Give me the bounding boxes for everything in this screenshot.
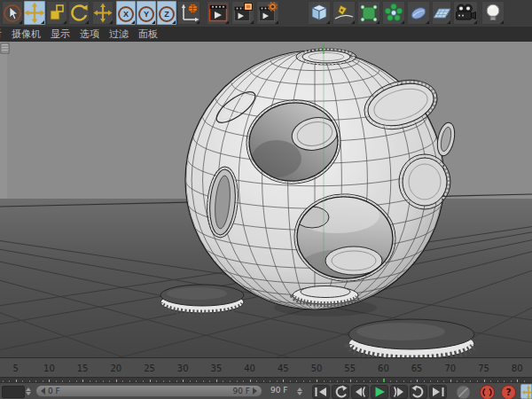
light-button[interactable]: [481, 1, 505, 25]
range-left-arrow-icon: [41, 387, 45, 395]
sphere-crater-disc-right: [399, 154, 450, 209]
spline-pen-button[interactable]: [332, 1, 356, 25]
menu-item-3[interactable]: 选项: [80, 27, 99, 42]
record-keyframe-button[interactable]: [480, 385, 495, 399]
ruler-label: 10: [43, 364, 55, 373]
ruler-label: 45: [278, 364, 289, 373]
ruler-label: 60: [378, 364, 389, 373]
prev-key-icon: [332, 385, 349, 399]
svg-text:?: ?: [505, 387, 511, 397]
ruler-label: 20: [110, 364, 121, 373]
sphere-crater-top-cap: [296, 49, 356, 65]
menu-item-5[interactable]: 面板: [138, 27, 158, 42]
ruler-label: 55: [344, 364, 356, 373]
camera-button[interactable]: [453, 1, 478, 25]
menu-item-0[interactable]: 看: [0, 27, 2, 42]
timeline-ruler[interactable]: 5101520253035404550556065707580: [0, 357, 532, 378]
live-selection-button[interactable]: [2, 1, 23, 25]
ruler-label: 50: [311, 364, 323, 373]
record-keyframe-icon: [480, 385, 495, 399]
axis-move-button[interactable]: [92, 1, 113, 25]
scale-tool-button[interactable]: [46, 1, 67, 25]
end-frame-field[interactable]: 90 F: [270, 386, 288, 395]
main-toolbar: X Y Z: [0, 0, 532, 27]
scene-canvas: [0, 42, 532, 357]
next-key-icon: [410, 385, 427, 399]
lock-z-button[interactable]: Z: [157, 1, 176, 25]
play-button[interactable]: [371, 385, 388, 399]
autokey-help-icon: ?: [501, 385, 516, 399]
current-frame-field[interactable]: [2, 386, 25, 398]
deformer-button[interactable]: [382, 1, 405, 25]
ruler-label: 30: [177, 364, 189, 373]
menu-item-1[interactable]: 摄像机: [12, 27, 41, 42]
range-start-label: 0 F: [48, 387, 60, 395]
transport-bar: 0 F 90 F 90 F: [0, 382, 532, 399]
ruler-label: 75: [478, 364, 489, 373]
prev-frame-button[interactable]: [351, 385, 369, 399]
ruler-label: 15: [77, 364, 89, 373]
prev-frame-icon: [351, 385, 369, 399]
viewport-left-band: [0, 42, 7, 200]
next-key-button[interactable]: [410, 385, 427, 399]
ruler-label: 80: [512, 364, 523, 373]
skip-end-button[interactable]: [429, 385, 447, 399]
move-tool-button[interactable]: [24, 1, 45, 25]
cinema4d-window: X Y Z: [0, 0, 532, 399]
range-end-label: 90 F: [233, 387, 251, 395]
frame-range-slider[interactable]: 0 F 90 F: [35, 385, 262, 397]
ground-disc-right[interactable]: [348, 319, 474, 357]
lock-x-button[interactable]: X: [116, 1, 136, 25]
range-right-arrow-icon: [253, 387, 257, 395]
viewport-menubar: 看摄像机显示选项过滤面板: [0, 27, 532, 43]
render-picture-button[interactable]: [231, 1, 254, 25]
prev-key-button[interactable]: [332, 385, 349, 399]
skip-end-icon: [429, 385, 447, 399]
lock-y-button[interactable]: Y: [137, 1, 156, 25]
autokey-help-button[interactable]: ?: [501, 385, 516, 399]
coordinate-system-button[interactable]: [177, 1, 200, 25]
subdivision-button[interactable]: [357, 1, 380, 25]
play-icon: [371, 385, 388, 399]
floor-button[interactable]: [432, 1, 451, 25]
skip-start-button[interactable]: [312, 385, 330, 399]
ruler-label: 70: [444, 364, 456, 373]
add-cube-button[interactable]: [308, 1, 331, 25]
viewport-3d[interactable]: [0, 42, 532, 357]
next-frame-icon: [390, 385, 408, 399]
render-settings-button[interactable]: [256, 1, 279, 25]
rotate-tool-button[interactable]: [68, 1, 90, 25]
viewport-corner-icon[interactable]: [1, 43, 9, 53]
sound-muted-icon: [456, 385, 471, 399]
render-view-button[interactable]: [207, 1, 230, 25]
menu-item-2[interactable]: 显示: [51, 27, 70, 42]
menu-item-4[interactable]: 过滤: [109, 27, 129, 42]
end-frame-spinner[interactable]: [296, 386, 302, 396]
ruler-label: 65: [411, 364, 423, 373]
environment-button[interactable]: [407, 1, 430, 25]
next-frame-button[interactable]: [390, 385, 408, 399]
ruler-label: 5: [13, 364, 19, 373]
ruler-label: 25: [144, 364, 155, 373]
ruler-label: 35: [211, 364, 223, 373]
sound-muted-button[interactable]: [456, 385, 471, 399]
current-frame-spinner[interactable]: [25, 386, 31, 396]
ruler-label: 40: [244, 364, 255, 373]
edge-move-tool-button[interactable]: [520, 384, 532, 399]
edge-move-icon: [521, 385, 532, 399]
ground-disc-left[interactable]: [160, 285, 244, 313]
skip-start-icon: [312, 385, 330, 399]
sphere-bottom-cap: [293, 286, 358, 305]
